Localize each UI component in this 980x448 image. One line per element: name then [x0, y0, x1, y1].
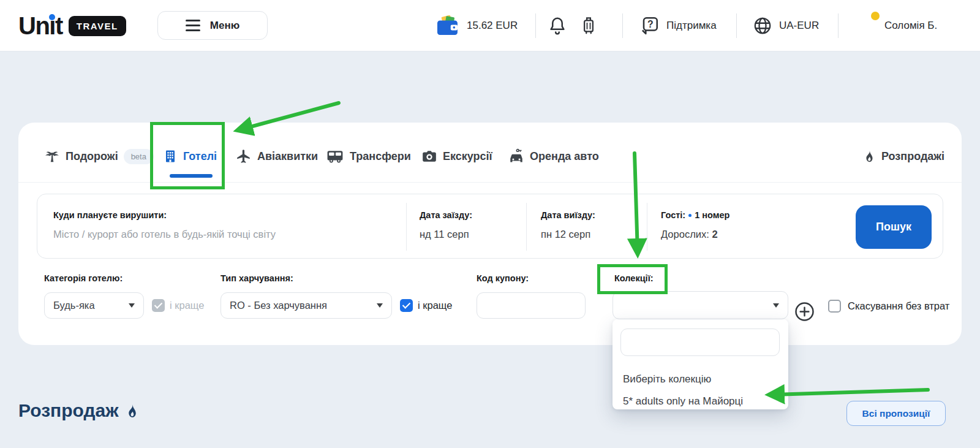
- coupon-input[interactable]: [477, 292, 586, 319]
- tab-flights[interactable]: Авіаквитки: [236, 146, 318, 167]
- guests-field[interactable]: Гості:1 номер Дорослих: 2: [661, 194, 845, 259]
- user-menu[interactable]: Соломія Б.: [853, 0, 937, 51]
- chevron-down-icon: [129, 303, 135, 308]
- bus-icon: [326, 148, 344, 164]
- status-dot: [871, 12, 880, 20]
- tab-transfers-label: Трансфери: [350, 150, 411, 163]
- collection-option-placeholder[interactable]: Виберіть колекцію: [623, 373, 711, 385]
- chevron-down-icon: [773, 303, 779, 308]
- tab-excursions-label: Екскурсії: [443, 150, 492, 163]
- header: Unıt TRAVEL Меню 15.62 EUR: [0, 0, 980, 51]
- flame-icon: [124, 402, 140, 420]
- tab-sales-label: Розпродажі: [881, 150, 944, 163]
- adults-value: Дорослих: 2: [661, 229, 718, 240]
- sales-section-title: Розпродаж: [18, 400, 140, 421]
- wallet-balance-text: 15.62 EUR: [467, 20, 518, 32]
- checkin-value: нд 11 серп: [420, 229, 469, 240]
- flame-icon: [862, 148, 876, 164]
- checkin-label: Дата заїзду:: [420, 210, 472, 220]
- add-collection-button[interactable]: [794, 301, 815, 322]
- locale-label: UA-EUR: [779, 20, 819, 32]
- tab-excursions[interactable]: Екскурсії: [421, 146, 492, 167]
- meal-label: Тип харчування:: [221, 273, 293, 283]
- tab-sales[interactable]: Розпродажі: [862, 146, 944, 167]
- free-cancel-checkbox[interactable]: [828, 300, 841, 313]
- category-select[interactable]: Будь-яка: [44, 292, 144, 319]
- locale-button[interactable]: UA-EUR: [752, 0, 819, 51]
- field-divider: [647, 203, 647, 251]
- search-button[interactable]: Пошук: [856, 205, 932, 249]
- category-value: Будь-яка: [53, 300, 95, 311]
- coupon-label: Код купону:: [477, 273, 529, 283]
- svg-text:?: ?: [647, 19, 654, 29]
- category-better-label: і краще: [170, 300, 204, 311]
- tabs-divider: [18, 182, 962, 183]
- header-divider: [622, 13, 623, 38]
- header-divider: [535, 13, 536, 38]
- search-box: Куди плануєте вирушити: Місто / курорт а…: [37, 194, 943, 259]
- collection-option-mallorca[interactable]: 5* adults only на Майорці: [623, 395, 743, 408]
- luggage-icon: [579, 14, 598, 37]
- header-divider: [838, 13, 839, 38]
- chevron-down-icon: [377, 303, 383, 308]
- destination-field[interactable]: Куди плануєте вирушити: Місто / курорт а…: [53, 194, 396, 259]
- category-better-checkbox[interactable]: [152, 299, 165, 312]
- luggage-button[interactable]: [579, 0, 598, 51]
- bell-icon: [547, 15, 568, 37]
- tab-car-rental[interactable]: Оренда авто: [508, 146, 599, 167]
- field-divider: [526, 203, 527, 251]
- field-divider: [406, 203, 407, 251]
- tab-hotels[interactable]: Готелі: [163, 146, 217, 167]
- meal-value: RO - Без харчування: [230, 300, 327, 311]
- sales-title-text: Розпродаж: [18, 400, 118, 421]
- hamburger-icon: [186, 20, 200, 31]
- beta-badge: beta: [124, 149, 154, 164]
- building-icon: [163, 148, 178, 164]
- meal-better-label: і краще: [418, 300, 452, 311]
- meal-select[interactable]: RO - Без харчування: [221, 292, 392, 319]
- palm-tree-icon: [44, 148, 60, 165]
- destination-placeholder: Місто / курорт або готель в будь-якій то…: [53, 229, 276, 240]
- checkout-label: Дата виїзду:: [541, 210, 595, 220]
- wallet-icon: [435, 15, 461, 36]
- camera-icon: [421, 148, 437, 164]
- checkout-value: пн 12 серп: [541, 229, 590, 240]
- destination-label: Куди плануєте вирушити:: [53, 210, 167, 220]
- collections-dropdown: Виберіть колекцію 5* adults only на Майо…: [612, 319, 788, 409]
- menu-button[interactable]: Меню: [157, 11, 268, 40]
- category-label: Категорія готелю:: [44, 273, 123, 283]
- logo-unit-text: Unıt: [18, 13, 62, 38]
- wallet-balance[interactable]: 15.62 EUR: [435, 0, 518, 51]
- collection-search-input[interactable]: [620, 328, 780, 356]
- checkout-field[interactable]: Дата виїзду: пн 12 серп: [541, 194, 639, 259]
- airplane-icon: [236, 148, 252, 164]
- checkin-field[interactable]: Дата заїзду: нд 11 серп: [420, 194, 518, 259]
- annotation-arrow-collection-option: [771, 390, 928, 395]
- support-button[interactable]: ? Підтримка: [638, 0, 717, 51]
- unit-travel-page: Unıt TRAVEL Меню 15.62 EUR: [0, 0, 980, 448]
- logo[interactable]: Unıt TRAVEL: [18, 0, 126, 51]
- support-label: Підтримка: [666, 20, 717, 32]
- collections-label: Колекції:: [614, 273, 654, 283]
- tab-trips[interactable]: Подорожі beta: [44, 146, 154, 167]
- globe-icon: [752, 15, 773, 36]
- chat-question-icon: ?: [638, 15, 660, 37]
- blue-dot: [688, 214, 692, 217]
- avatar: [853, 13, 878, 39]
- tab-hotels-label: Готелі: [183, 150, 217, 163]
- collections-select[interactable]: [612, 291, 788, 319]
- guests-label: Гості:1 номер: [661, 210, 729, 220]
- user-name: Соломія Б.: [884, 20, 937, 32]
- active-tab-underline: [170, 174, 213, 178]
- logo-blue-dot: [49, 14, 55, 20]
- tab-transfers[interactable]: Трансфери: [326, 146, 411, 167]
- meal-better-checkbox[interactable]: [400, 299, 413, 312]
- free-cancel-label: Скасування без втрат: [848, 300, 949, 312]
- tab-car-rental-label: Оренда авто: [530, 150, 599, 163]
- menu-label: Меню: [210, 20, 239, 32]
- tab-trips-label: Подорожі: [66, 150, 118, 163]
- logo-travel-badge: TRAVEL: [69, 16, 126, 36]
- header-divider: [736, 13, 737, 38]
- all-offers-button[interactable]: Всі пропозиції: [846, 401, 946, 426]
- car-key-icon: [508, 148, 524, 165]
